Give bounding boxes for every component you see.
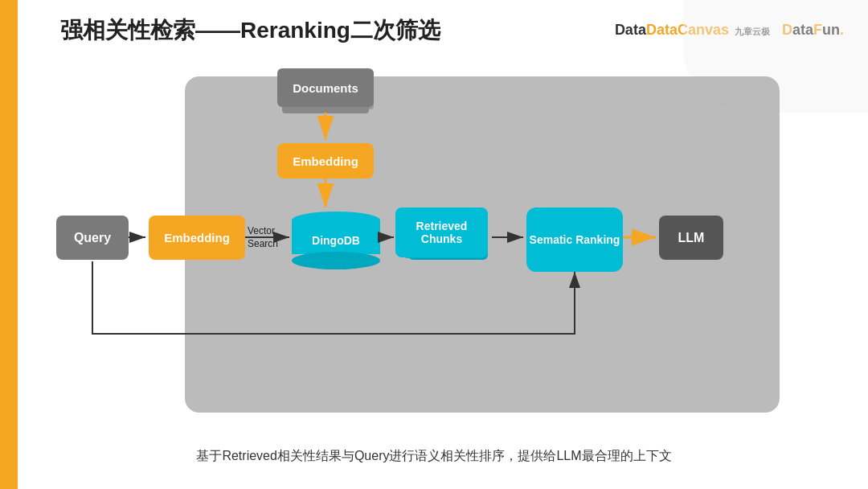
embedding-top-box: Embedding bbox=[277, 143, 374, 179]
query-box: Query bbox=[56, 216, 129, 260]
embedding-left-box: Embedding bbox=[149, 216, 245, 260]
documents-container: Documents bbox=[277, 76, 374, 117]
retrieved-chunks-container: Retrieved Chunks bbox=[395, 208, 492, 270]
page-title: 强相关性检索——Reranking二次筛选 bbox=[60, 15, 615, 46]
left-accent-bar bbox=[0, 0, 18, 489]
documents-box: Documents bbox=[277, 68, 374, 107]
vector-search-label: VectorSearch bbox=[248, 225, 278, 250]
cylinder-top bbox=[292, 212, 380, 229]
retrieved-chunks-box: Retrieved Chunks bbox=[395, 208, 488, 257]
dingodb-box: DingoDB bbox=[292, 212, 380, 269]
llm-box: LLM bbox=[659, 216, 723, 260]
semantic-ranking-box: Sematic Ranking bbox=[526, 208, 623, 272]
dingodb-label: DingoDB bbox=[312, 234, 360, 247]
cylinder-bottom bbox=[292, 252, 380, 269]
footer-text: 基于Retrieved相关性结果与Query进行语义相关性排序，提供给LLM最合… bbox=[0, 448, 868, 465]
